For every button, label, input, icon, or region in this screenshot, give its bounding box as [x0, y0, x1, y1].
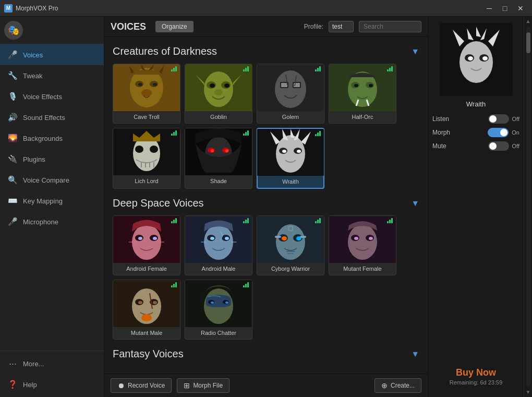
voice-card-mutant-male[interactable]: Mutant Male: [113, 280, 180, 340]
collapse-creatures-icon[interactable]: ▼: [411, 47, 419, 56]
record-voice-label: Record Voice: [128, 382, 165, 389]
svg-point-63: [276, 224, 305, 260]
sound-effects-icon: 🔊: [7, 112, 18, 123]
voice-card-mutant-female[interactable]: Mutant Female: [329, 215, 396, 275]
voice-card-cave-troll[interactable]: Cave Troll: [113, 64, 180, 124]
voice-card-golem[interactable]: Golem: [257, 64, 324, 124]
voice-name-cave-troll: Cave Troll: [134, 114, 160, 120]
profile-label: Profile:: [304, 23, 323, 30]
listen-toggle[interactable]: [488, 114, 509, 124]
app-body: 🎭 🎤 Voices 🔧 Tweak 🎙️ Voice Effects 🔊 So…: [0, 17, 532, 397]
morph-label: Morph: [432, 129, 456, 136]
voices-icon: 🎤: [7, 50, 18, 60]
voice-name-goblin: Goblin: [210, 114, 227, 120]
svg-point-87: [211, 302, 214, 304]
sidebar-item-help[interactable]: ❓ Help: [0, 374, 104, 395]
maximize-button[interactable]: □: [498, 3, 512, 14]
voice-card-android-male[interactable]: Android Male: [185, 215, 252, 275]
scroll-up-arrow[interactable]: ▲: [526, 18, 531, 25]
app-icon: M: [4, 4, 13, 13]
remaining-text: Remaining: 6d 23:59: [450, 379, 503, 386]
sidebar-item-backgrounds[interactable]: 🌄 Backgrounds: [0, 128, 104, 149]
voice-card-half-orc[interactable]: Half-Orc: [329, 64, 396, 124]
voice-grid-creatures: Cave Troll: [113, 64, 419, 189]
voice-card-android-female[interactable]: Android Female: [113, 215, 180, 275]
sidebar-item-sound-effects-label: Sound Effects: [23, 114, 65, 122]
svg-point-94: [482, 56, 488, 61]
svg-point-74: [354, 237, 358, 240]
level-indicator-shade: [243, 130, 249, 136]
scroll-down-arrow[interactable]: ▼: [526, 389, 531, 396]
sidebar-item-sound-effects[interactable]: 🔊 Sound Effects: [0, 107, 104, 128]
sidebar-item-tweak[interactable]: 🔧 Tweak: [0, 65, 104, 86]
buy-now-section: Buy Now Remaining: 6d 23:59: [450, 362, 503, 391]
voice-name-android-female: Android Female: [126, 266, 167, 272]
sidebar-bottom: ⋯ More... ❓ Help: [0, 351, 104, 397]
buy-now-button[interactable]: Buy Now: [450, 367, 503, 378]
sidebar-item-plugins[interactable]: 🔌 Plugins: [0, 149, 104, 170]
morph-row: Morph On: [432, 128, 519, 137]
level-indicator-wraith: [315, 131, 321, 136]
search-input[interactable]: [359, 21, 421, 32]
main-content: VOICES Organize Profile: test Creatures …: [104, 17, 428, 397]
profile-select[interactable]: test: [329, 21, 354, 32]
svg-rect-68: [275, 236, 281, 238]
sidebar-item-voice-compare[interactable]: 🔍 Voice Compare: [0, 170, 104, 190]
svg-point-5: [153, 83, 157, 86]
sidebar-item-voices-label: Voices: [23, 51, 43, 59]
svg-point-90: [460, 41, 493, 83]
listen-row: Listen Off: [432, 114, 519, 124]
sidebar-item-key-mapping[interactable]: ⌨️ Key Mapping: [0, 190, 104, 211]
morph-file-label: Morph File: [193, 382, 223, 389]
sidebar: 🎭 🎤 Voices 🔧 Tweak 🎙️ Voice Effects 🔊 So…: [0, 17, 104, 397]
scroll-thumb[interactable]: [526, 32, 530, 53]
svg-point-11: [210, 83, 215, 88]
sidebar-item-more[interactable]: ⋯ More...: [0, 353, 104, 374]
voice-grid-wrapper[interactable]: Creatures of Darkness ▼: [104, 37, 428, 374]
level-indicator-golem: [315, 66, 321, 71]
level-indicator-goblin: [243, 66, 249, 71]
mute-toggle[interactable]: [488, 141, 509, 151]
collapse-fantasy-icon[interactable]: ▼: [411, 350, 419, 359]
voice-name-half-orc: Half-Orc: [352, 114, 373, 120]
organize-button[interactable]: Organize: [155, 21, 194, 32]
create-button[interactable]: ⊕ Create...: [374, 378, 421, 393]
plugins-icon: 🔌: [7, 154, 18, 164]
voice-card-wraith[interactable]: Wraith: [257, 128, 324, 189]
record-voice-button[interactable]: ⏺ Record Voice: [111, 378, 172, 393]
close-button[interactable]: ✕: [513, 3, 528, 14]
preview-box: [440, 23, 513, 96]
right-panel: Wraith Listen Off Morph On: [428, 17, 524, 397]
morph-toggle[interactable]: [488, 128, 509, 137]
voice-card-radio-chatter[interactable]: Radio Chatter: [185, 280, 252, 340]
svg-point-47: [132, 224, 161, 260]
svg-point-80: [138, 301, 142, 304]
svg-rect-69: [300, 236, 306, 238]
collapse-deep-space-icon[interactable]: ▼: [411, 199, 419, 208]
morph-file-button[interactable]: ⊞ Morph File: [177, 378, 229, 393]
minimize-button[interactable]: ─: [482, 3, 497, 14]
voice-card-shade[interactable]: Shade: [185, 128, 252, 189]
svg-point-41: [276, 135, 305, 173]
sidebar-item-more-label: More...: [23, 360, 44, 368]
voice-card-img-lich-lord: [113, 128, 180, 175]
svg-point-39: [225, 149, 228, 152]
voice-card-img-golem: [257, 64, 324, 111]
voice-card-lich-lord[interactable]: Lich Lord: [113, 128, 180, 189]
svg-point-71: [348, 224, 377, 260]
level-indicator-mutant-male: [171, 282, 177, 287]
level-indicator-lich-lord: [171, 130, 177, 136]
section-title-fantasy: Fantasy Voices: [113, 348, 184, 360]
sidebar-profile: 🎭: [0, 17, 104, 44]
svg-point-93: [468, 56, 473, 61]
voice-card-img-android-male: [185, 216, 252, 263]
voice-card-goblin[interactable]: Goblin: [185, 64, 252, 124]
sidebar-item-voice-effects[interactable]: 🎙️ Voice Effects: [0, 86, 104, 107]
level-indicator-half-orc: [387, 66, 393, 71]
listen-toggle-knob: [489, 115, 497, 123]
sidebar-item-voices[interactable]: 🎤 Voices: [0, 44, 104, 65]
voice-card-cyborg-warrior[interactable]: Cyborg Warrior: [257, 215, 324, 275]
voice-compare-icon: 🔍: [7, 175, 18, 185]
section-title-deep-space: Deep Space Voices: [113, 197, 204, 209]
sidebar-item-microphone[interactable]: 🎤 Microphone: [0, 211, 104, 232]
